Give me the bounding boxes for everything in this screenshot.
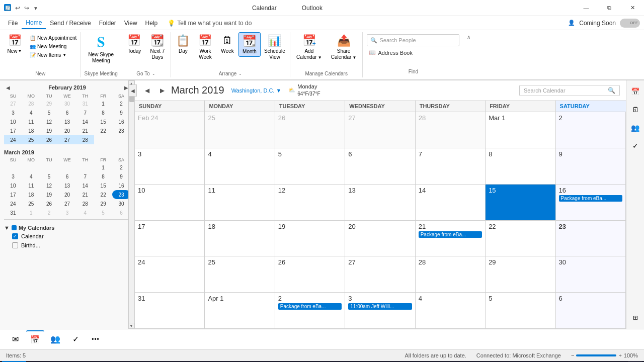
feb-day-cell[interactable]: 29 xyxy=(40,99,58,108)
month-cell[interactable]: 5 xyxy=(486,293,555,328)
menu-send-receive[interactable]: Send / Receive xyxy=(46,18,95,29)
zoom-out-btn[interactable]: − xyxy=(571,352,574,358)
feb-day-cell[interactable]: 19 xyxy=(40,126,58,135)
feb-day-cell[interactable]: 24 xyxy=(4,135,22,144)
month-cell[interactable]: 22 xyxy=(486,221,555,256)
new-meeting-btn[interactable]: 👥 New Meeting xyxy=(28,43,78,50)
month-cell[interactable]: 28 xyxy=(416,112,486,148)
mar-day-cell[interactable]: 26 xyxy=(40,199,58,208)
mar-day-cell[interactable] xyxy=(76,163,94,172)
feb-day-cell[interactable]: 9 xyxy=(112,108,130,117)
month-cell[interactable]: 26 xyxy=(275,112,345,148)
feb-day-cell[interactable]: 13 xyxy=(58,117,76,126)
month-cell[interactable]: 24 xyxy=(135,256,205,292)
sidebar-icon-3[interactable]: 👥 xyxy=(628,121,642,135)
new-skype-btn[interactable]: 𝐒 New SkypeMeeting xyxy=(84,32,118,66)
close-btn[interactable]: ✕ xyxy=(621,0,644,16)
month-cell[interactable]: Feb 24 xyxy=(135,112,205,148)
month-cell[interactable]: 14 xyxy=(416,185,486,220)
mar-day-cell[interactable] xyxy=(58,163,76,172)
month-cell[interactable]: 13 xyxy=(345,185,415,220)
search-people-input[interactable]: 🔍 Search People xyxy=(367,34,459,46)
month-cell[interactable]: 4 xyxy=(205,148,275,184)
bottom-more-btn[interactable]: ••• xyxy=(87,330,105,348)
maximize-btn[interactable]: ⧉ xyxy=(598,0,621,16)
month-cell[interactable]: 16Package from eBa... xyxy=(556,185,626,220)
mar-day-cell[interactable]: 6 xyxy=(112,208,130,217)
mar-day-cell[interactable]: 5 xyxy=(40,172,58,181)
share-calendar-btn[interactable]: 📤 ShareCalendar ▼ xyxy=(327,32,361,62)
month-cell[interactable]: 11 xyxy=(205,185,275,220)
month-cell[interactable]: 311:00am Jeff Willi... xyxy=(345,293,415,328)
feb-day-cell[interactable]: 27 xyxy=(4,99,22,108)
month-cell[interactable]: Apr 1 xyxy=(205,293,275,328)
month-cell[interactable]: 17 xyxy=(135,221,205,256)
mar-day-cell[interactable]: 27 xyxy=(58,199,76,208)
mar-day-cell[interactable]: 22 xyxy=(94,190,112,199)
location-selector[interactable]: Washington, D.C. ▼ xyxy=(231,87,282,94)
next7days-btn[interactable]: 📆 Next 7Days xyxy=(146,32,169,62)
feb-day-cell[interactable]: 7 xyxy=(76,108,94,117)
month-cell[interactable]: 7 xyxy=(416,148,486,184)
mar-day-cell[interactable]: 2 xyxy=(112,163,130,172)
month-cell[interactable]: 29 xyxy=(486,256,555,292)
mar-day-cell[interactable]: 1 xyxy=(22,208,40,217)
month-cell[interactable]: 25 xyxy=(205,112,275,148)
new-appointment-btn[interactable]: 📋 New Appointment xyxy=(28,34,78,42)
mar-day-cell[interactable] xyxy=(4,163,22,172)
feb-day-cell[interactable]: 11 xyxy=(22,117,40,126)
cal-next-btn[interactable]: ▶ xyxy=(156,84,168,97)
mar-day-cell[interactable]: 7 xyxy=(76,172,94,181)
mar-day-cell[interactable]: 3 xyxy=(4,172,22,181)
event-item[interactable]: Package from eBa... xyxy=(419,231,482,238)
feb-day-cell[interactable]: 18 xyxy=(22,126,40,135)
month-cell[interactable]: 4 xyxy=(416,293,486,328)
mar-day-cell[interactable]: 5 xyxy=(94,208,112,217)
feb-day-cell[interactable]: 23 xyxy=(112,126,130,135)
feb-day-cell[interactable]: 4 xyxy=(22,108,40,117)
feb-day-cell[interactable]: 26 xyxy=(40,135,58,144)
workweek-btn[interactable]: 📅 WorkWeek xyxy=(194,32,216,62)
feb-day-cell[interactable]: 28 xyxy=(76,135,94,144)
cal-search-icon[interactable]: 🔍 xyxy=(608,87,615,94)
zoom-in-btn[interactable]: + xyxy=(618,352,621,358)
qa-dropdown[interactable]: ▼ xyxy=(33,6,38,11)
calendar-item-birthday[interactable]: Birthd... xyxy=(4,241,130,250)
undo-btn[interactable]: ↩ xyxy=(15,5,20,12)
month-cell[interactable]: 28 xyxy=(416,256,486,292)
mar-day-cell[interactable]: 20 xyxy=(58,190,76,199)
zoom-slider[interactable] xyxy=(576,354,616,356)
mar-day-cell[interactable]: 16 xyxy=(112,181,130,190)
feb-day-cell[interactable]: 3 xyxy=(4,108,22,117)
redo-btn[interactable]: ↪ xyxy=(24,5,29,12)
month-cell[interactable]: 10 xyxy=(135,185,205,220)
month-cell[interactable]: 26 xyxy=(275,256,345,292)
month-cell[interactable]: 27 xyxy=(345,112,415,148)
month-cell[interactable]: 30 xyxy=(556,256,626,292)
feb-day-cell[interactable]: 27 xyxy=(58,135,76,144)
mar-day-cell[interactable]: 6 xyxy=(58,172,76,181)
calendar-item-main[interactable]: ✓ Calendar xyxy=(4,232,130,241)
month-cell[interactable]: 2Package from eBa... xyxy=(275,293,345,328)
mar-day-cell[interactable]: 13 xyxy=(58,181,76,190)
scroll-down-btn[interactable]: ▼ xyxy=(128,323,134,329)
month-cell[interactable]: 23 xyxy=(556,221,626,256)
bottom-calendar-btn[interactable]: 📅 xyxy=(26,330,44,348)
event-item[interactable]: Package from eBa... xyxy=(559,195,622,202)
sidebar-icon-4[interactable]: ✓ xyxy=(628,139,642,153)
feb-day-cell[interactable]: 21 xyxy=(76,126,94,135)
mar-day-cell[interactable]: 8 xyxy=(94,172,112,181)
week-btn[interactable]: 🗓 Week xyxy=(217,32,237,56)
feb-day-cell[interactable]: 31 xyxy=(76,99,94,108)
month-cell[interactable]: 6 xyxy=(345,148,415,184)
month-cell[interactable]: 27 xyxy=(345,256,415,292)
toggle-switch[interactable]: OFF xyxy=(620,19,640,28)
today-btn[interactable]: 📅 Today xyxy=(123,32,145,56)
feb-day-cell[interactable]: 2 xyxy=(112,99,130,108)
feb-day-cell[interactable]: 1 xyxy=(94,99,112,108)
feb-day-cell[interactable]: 12 xyxy=(40,117,58,126)
address-book-btn[interactable]: 📖 Address Book xyxy=(367,48,459,57)
event-item[interactable]: Package from eBa... xyxy=(278,303,342,310)
mar-day-cell[interactable] xyxy=(22,163,40,172)
month-cell[interactable]: 5 xyxy=(275,148,345,184)
